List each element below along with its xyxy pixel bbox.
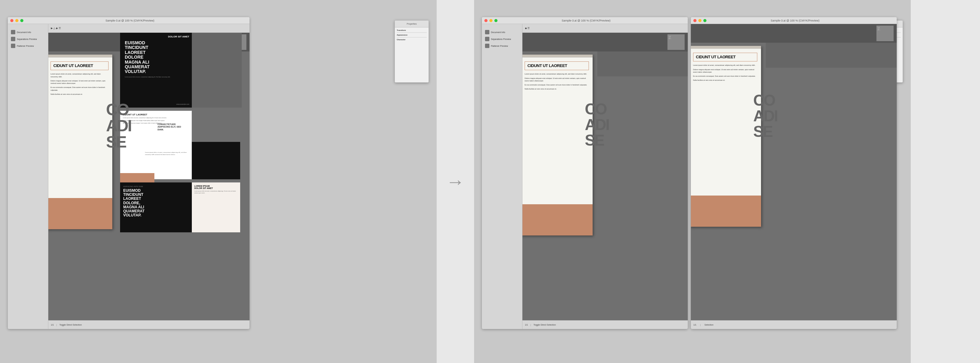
terracotta-bottom — [48, 198, 112, 229]
id-statusbar-right2: 1/1 | Selection — [691, 320, 897, 329]
prop-header-left: Transform — [397, 29, 427, 31]
black-page-bottom-left: Adipiscing ante diam EUISMODTINCIDUNTLAO… — [120, 182, 192, 232]
titlebar-left: Sample-3.ai @ 100 % (CMYK/Preview) — [8, 17, 250, 24]
big-text-line1: CO — [106, 101, 131, 118]
titlebar-right2: Sample-3.ai @ 100 % (CMYK/Preview) — [691, 17, 897, 24]
sidebar-item-docinfo-r1[interactable]: Document Info — [484, 29, 520, 35]
right2-main-page: CIDUNT UT LAOREET Lorem ipsum dolor sit … — [691, 46, 761, 227]
sidebar-item-separations[interactable]: Separations Preview — [10, 36, 46, 42]
black-page-top: DOLOR SIT AMET EUISMODTINCIDUNTLAOREETDO… — [120, 33, 192, 108]
id-statusbar-right1: 1/1 | Toggle Direct Selection — [522, 320, 688, 329]
properties-title-left: Properties — [398, 23, 426, 25]
statusbar-sep-r2: | — [700, 324, 701, 326]
sidebar-item-flattener[interactable]: Flattener Preview — [10, 43, 46, 49]
indesign-window-right2: Sample-3.ai @ 100 % (CMYK/Preview) 12(0.… — [691, 17, 897, 329]
bottom-right-content: LOREM IPSUMDOLOR SIT AMET Lorem ipsum do… — [192, 182, 240, 196]
black-page-body: Lorem ipsum dolor sit amet, consectetuer… — [125, 76, 187, 78]
lorem-ipsum-label: LOREM IPSUMDOLOR SIT AMET — [194, 185, 238, 189]
dolor-sit-amet-label: DOLOR SIT AMET — [168, 35, 189, 38]
r1-terracotta-bottom — [522, 204, 593, 236]
big-text-r2: CO ADI SE — [753, 92, 777, 139]
id-canvas-right2[interactable]: 12(0... CIDUNT UT LAOREET Lorem ipsum do… — [691, 24, 897, 320]
page-para-2: Dolore magna aliquam erat volutpat. Ut w… — [51, 80, 108, 85]
minimize-button-left[interactable] — [15, 19, 18, 22]
id-toolbar-left: ▶ △ ◆ ☰ — [48, 24, 250, 33]
statusbar-tool-r1: Toggle Direct Selection — [534, 324, 556, 326]
r1-para1: Lorem ipsum dolor sit amet, consectetuer… — [525, 73, 589, 75]
bottom-page-content: Adipiscing ante diam EUISMODTINCIDUNTLAO… — [120, 182, 192, 220]
sidebar-item-docinfo[interactable]: Document Info — [10, 29, 46, 35]
statusbar-sep-r1: | — [531, 324, 531, 326]
sidebar-item-sep-r1[interactable]: Separations Preview — [484, 36, 520, 42]
black-page-title: EUISMODTINCIDUNTLAOREETDOLOREMAGNA ALIQU… — [125, 41, 187, 74]
r1-page-title: CIDUNT UT LAOREET — [527, 64, 586, 68]
sidebar-label-sep: Separations Preview — [17, 38, 37, 40]
r2-gray-strip — [766, 43, 897, 68]
window-title-right1: Sample-3.ai @ 100 % (CMYK/Preview) — [500, 19, 673, 22]
big-text-line2: ADI — [106, 118, 131, 134]
bottom-page-title: EUISMODTINCIDUNTLAOREETDOLORE,MAGNA ALIQ… — [123, 189, 189, 217]
inner-page-text: Lorem ipsum dolor sit amet, consectetuer… — [123, 117, 189, 119]
bottom-right-page: LOREM IPSUMDOLOR SIT AMET Lorem ipsum do… — [192, 182, 240, 232]
page-para-1: Lorem ipsum dolor sit amet, consectetuer… — [51, 73, 108, 78]
r1-para4: Nulla facilisis at vero eros et accumsan… — [525, 88, 589, 90]
r2-page-title: CIDUNT UT LAOREET — [696, 55, 754, 59]
indesign-content-right1: Document Info Separations Preview Flatte… — [482, 24, 688, 329]
r1-big-line2: ADI — [585, 117, 609, 132]
id-canvas-left[interactable]: 12(0... CIDUNT UT LAOREET Lorem ipsum do… — [48, 33, 250, 320]
gray-block-top-right — [192, 33, 242, 108]
statusbar-page-r1: 1/1 — [525, 324, 528, 326]
id-toolbar-right1: ◆ ☰ — [522, 24, 688, 33]
r1-para3: Ex ea commodo consequat. Duis autem vel … — [525, 84, 589, 86]
big-text-r1: CO ADI SE — [585, 101, 609, 148]
maximize-button-right2[interactable] — [703, 19, 706, 22]
indesign-window-right1: Sample-3.ai @ 100 % (CMYK/Preview) Docum… — [482, 17, 688, 329]
black-block-mid — [192, 142, 240, 179]
bottom-right-text: Lorem ipsum dolor sit amet, consectetuer… — [194, 190, 238, 194]
bottom-page-eyebrow: Adipiscing ante diam — [123, 186, 189, 188]
id-canvas-right1[interactable]: 12(0... CIDUNT UT LAOREET Lorem ipsum do… — [522, 33, 688, 320]
italic-text-area: Lorem ipsum dolor sit amet, consectetuer… — [145, 151, 189, 170]
r1-gray-strip — [597, 51, 688, 76]
inner-page-text2: Dolore magna aliquam erat volutpat. Null… — [123, 120, 189, 122]
toolbar-icon-r1: ◆ ☰ — [525, 27, 530, 30]
big-text-line3: SE — [106, 134, 131, 150]
black-page-footer: www.example.com — [176, 103, 189, 105]
left-doc-page: CIDUNT UT LAOREET Lorem ipsum dolor sit … — [48, 54, 112, 229]
statusbar-page-r2: 1/1 — [694, 324, 697, 326]
id-statusbar-left: 1/1 | Toggle Direct Selection — [48, 320, 250, 329]
page-para-4: Nulla facilisis at vero eros et accumsan… — [51, 93, 108, 96]
maximize-button-left[interactable] — [20, 19, 23, 22]
page-main-title: CIDUNT UT LAOREET — [53, 64, 106, 68]
r1-big-line3: SE — [585, 132, 609, 148]
sidebar-label-flat-r1: Flattener Preview — [491, 45, 508, 47]
arrow-symbol: → — [446, 171, 465, 193]
sidebar-item-flat-r1[interactable]: Flattener Preview — [484, 43, 520, 49]
minimize-button-right1[interactable] — [489, 19, 493, 22]
r2-para1: Lorem ipsum dolor sit amet, consectetuer… — [693, 64, 757, 67]
r1-para2: Dolore magna aliquam erat volutpat. Ut w… — [525, 77, 589, 82]
minimize-button-right2[interactable] — [698, 19, 702, 22]
close-button-right2[interactable] — [694, 19, 697, 22]
id-sidebar-right1: Document Info Separations Preview Flatte… — [482, 24, 522, 329]
id-sidebar-left: Document Info Separations Preview Flatte… — [8, 24, 48, 329]
right-panel: Sample-3.ai @ 100 % (CMYK/Preview) Docum… — [474, 0, 911, 363]
sidebar-label-docinfo: Document Info — [17, 31, 31, 33]
r2-big-line3: SE — [753, 124, 777, 139]
black-page-content: EUISMODTINCIDUNTLAOREETDOLOREMAGNA ALIQU… — [120, 33, 192, 81]
indesign-window-left: Sample-3.ai @ 100 % (CMYK/Preview) Docum… — [8, 17, 250, 329]
r2-para3: Ex ea commodo consequat. Duis autem vel … — [693, 75, 757, 77]
maximize-button-right1[interactable] — [494, 19, 498, 22]
flat-icon-r1 — [485, 44, 489, 48]
r2-para2: Dolore magna aliquam erat volutpat. Ut w… — [693, 68, 757, 73]
prop-header3-left: Character — [397, 39, 427, 41]
close-button-right1[interactable] — [484, 19, 487, 22]
prop-header2-left: Appearance — [397, 34, 427, 36]
r2-big-line2: ADI — [753, 108, 777, 124]
statusbar-tool-left: Toggle Direct Selection — [60, 324, 82, 326]
r2-title-box: CIDUNT UT LAOREET — [693, 53, 757, 61]
inner-page-title: CIDUNT UT LAOREET — [123, 113, 189, 116]
doc-icon-r1 — [485, 30, 489, 34]
doc-icon — [11, 30, 15, 34]
close-button-left[interactable] — [10, 19, 13, 22]
